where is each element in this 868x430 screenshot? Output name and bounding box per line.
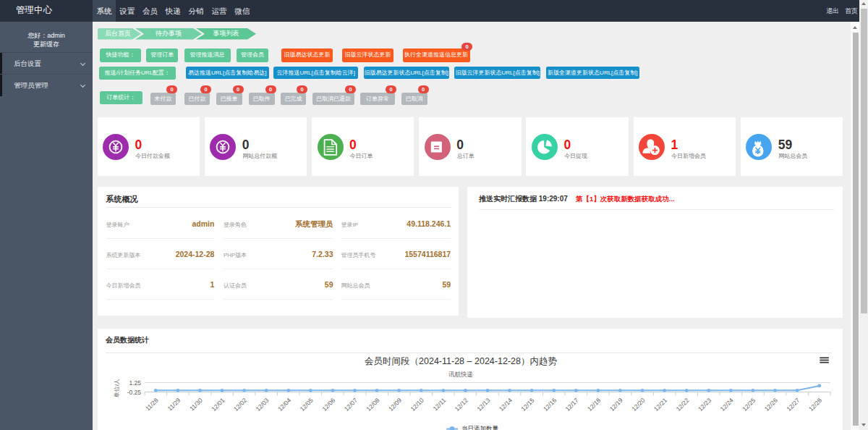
svg-text:当日添加数量: 当日添加数量 — [461, 425, 499, 430]
svg-text:12/22: 12/22 — [675, 397, 691, 413]
svg-text:12/20: 12/20 — [630, 397, 646, 413]
svg-text:讯航快递: 讯航快递 — [448, 371, 473, 378]
svg-text:11/30: 11/30 — [188, 397, 204, 413]
svg-text:12/10: 12/10 — [409, 397, 425, 413]
svg-text:12/03: 12/03 — [254, 397, 270, 413]
svg-text:12/16: 12/16 — [542, 397, 558, 413]
svg-text:12/24: 12/24 — [719, 397, 735, 413]
svg-text:12/17: 12/17 — [564, 397, 580, 413]
svg-text:单位/人: 单位/人 — [114, 379, 120, 397]
svg-text:12/02: 12/02 — [232, 397, 248, 413]
svg-text:12/23: 12/23 — [697, 397, 712, 413]
svg-text:-0.25: -0.25 — [127, 389, 142, 396]
svg-text:12/07: 12/07 — [343, 397, 359, 413]
svg-text:12/18: 12/18 — [586, 397, 602, 413]
svg-text:12/13: 12/13 — [475, 397, 491, 413]
svg-text:12/25: 12/25 — [741, 397, 757, 413]
svg-text:12/15: 12/15 — [519, 397, 535, 413]
svg-text:12/26: 12/26 — [763, 397, 779, 413]
svg-text:12/04: 12/04 — [276, 397, 292, 413]
svg-text:11/28: 11/28 — [144, 397, 160, 413]
svg-text:12/28: 12/28 — [807, 397, 823, 413]
svg-text:12/01: 12/01 — [210, 397, 226, 413]
svg-text:12/21: 12/21 — [652, 397, 668, 413]
svg-text:12/11: 12/11 — [432, 397, 448, 413]
svg-text:12/27: 12/27 — [785, 397, 801, 413]
svg-text:会员时间段（2024-11-28 – 2024-12-28）: 会员时间段（2024-11-28 – 2024-12-28）内趋势 — [365, 356, 557, 366]
svg-text:12/08: 12/08 — [365, 397, 380, 413]
svg-text:1.25: 1.25 — [129, 379, 141, 387]
svg-text:12/19: 12/19 — [608, 397, 624, 413]
svg-text:12/12: 12/12 — [454, 397, 469, 413]
svg-text:11/29: 11/29 — [166, 397, 182, 413]
svg-text:12/09: 12/09 — [387, 397, 403, 413]
svg-text:12/06: 12/06 — [320, 397, 336, 413]
svg-text:12/14: 12/14 — [498, 397, 514, 413]
svg-text:12/05: 12/05 — [299, 397, 315, 413]
